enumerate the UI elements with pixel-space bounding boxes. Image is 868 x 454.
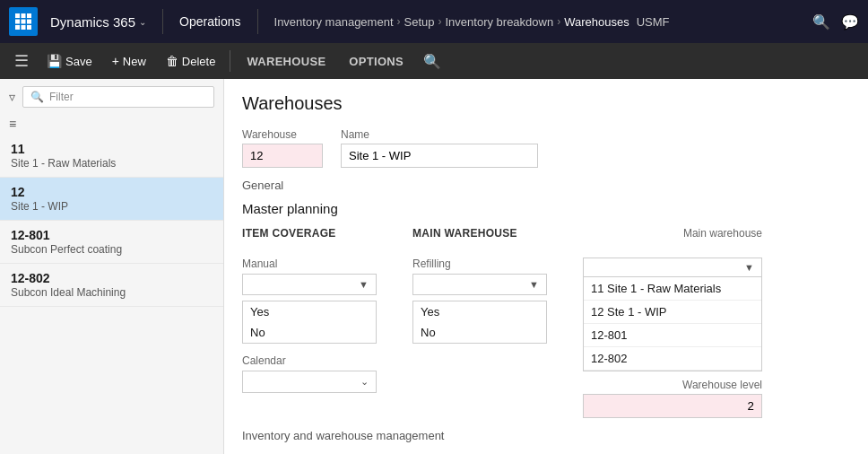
breadcrumb-item-3[interactable]: Inventory breakdown xyxy=(445,15,553,29)
refilling-yes-option[interactable]: Yes xyxy=(413,301,546,322)
top-nav: Dynamics 365 ⌄ Operations Inventory mana… xyxy=(0,0,868,43)
svg-rect-2 xyxy=(27,13,31,18)
warehouse-name-row: Warehouse Name xyxy=(242,128,850,168)
delete-button[interactable]: 🗑 Delete xyxy=(157,43,225,79)
right-panel: Warehouses Warehouse Name General Master… xyxy=(224,79,868,454)
manual-no-option[interactable]: No xyxy=(243,322,376,343)
list-item-name-12: Site 1 - WIP xyxy=(11,200,213,213)
main-warehouse-col: Refilling ▼ Yes No xyxy=(412,258,547,344)
breadcrumb-sep-1: › xyxy=(397,15,401,28)
list-item-code-11: 11 xyxy=(11,142,213,156)
mw-dropdown-header[interactable]: ▼ xyxy=(583,258,762,277)
warehouse-level-group: Warehouse level xyxy=(583,379,762,418)
svg-rect-8 xyxy=(27,25,31,30)
name-label: Name xyxy=(341,128,538,141)
nav-divider xyxy=(162,9,163,34)
list-item-12802[interactable]: 12-802 Subcon Ideal Machining xyxy=(0,264,223,307)
mw-option-3[interactable]: 12-801 xyxy=(584,324,761,347)
refilling-caret-icon: ▼ xyxy=(529,279,539,290)
manual-yes-option[interactable]: Yes xyxy=(243,301,376,322)
left-panel: ▿ 🔍 Filter ≡ 11 Site 1 - Raw Materials 1… xyxy=(0,79,224,454)
breadcrumb-sep-2: › xyxy=(438,15,441,28)
filter-input[interactable]: 🔍 Filter xyxy=(22,86,214,108)
svg-rect-5 xyxy=(27,20,31,24)
tab-warehouse[interactable]: WAREHOUSE xyxy=(236,51,336,72)
list-item-code-12: 12 xyxy=(11,185,213,199)
hamburger-icon[interactable]: ☰ xyxy=(7,43,36,79)
mw-option-4[interactable]: 12-802 xyxy=(584,347,761,371)
main-warehouse-dropdown-col: ▼ 11 Site 1 - Raw Materials 12 Ste 1 - W… xyxy=(583,258,762,418)
new-button[interactable]: + New xyxy=(103,43,155,79)
list-item-code-12801: 12-801 xyxy=(11,228,213,242)
mw-list: 11 Site 1 - Raw Materials 12 Ste 1 - WIP… xyxy=(583,277,762,371)
warehouse-input[interactable] xyxy=(242,144,323,168)
mw-caret-icon: ▼ xyxy=(744,262,754,273)
app-grid-button[interactable] xyxy=(9,7,38,36)
list-item-name-11: Site 1 - Raw Materials xyxy=(11,157,213,170)
main-area: ▿ 🔍 Filter ≡ 11 Site 1 - Raw Materials 1… xyxy=(0,79,868,454)
nav-icons: 🔍 💬 xyxy=(812,13,859,31)
breadcrumb-item-4[interactable]: Warehouses xyxy=(564,15,629,29)
master-planning-header: Master planning xyxy=(242,201,850,216)
breadcrumb-sep-3: › xyxy=(557,15,560,28)
save-button[interactable]: 💾 Save xyxy=(38,43,101,79)
comment-icon[interactable]: 💬 xyxy=(841,13,859,31)
breadcrumb-region: USMF xyxy=(637,15,670,29)
calendar-group: Calendar ⌄ xyxy=(242,354,377,393)
columns-header-row: ITEM COVERAGE MAIN WAREHOUSE Main wareho… xyxy=(242,227,850,247)
search-icon[interactable]: 🔍 xyxy=(812,13,830,31)
refilling-dropdown[interactable]: ▼ xyxy=(412,274,547,295)
name-input[interactable] xyxy=(341,144,538,168)
breadcrumb: Inventory management › Setup › Inventory… xyxy=(274,15,807,29)
name-group: Name xyxy=(341,128,538,168)
tab-options[interactable]: OPTIONS xyxy=(338,51,414,72)
toolbar-divider xyxy=(230,50,230,72)
manual-label: Manual xyxy=(242,258,377,270)
svg-rect-1 xyxy=(22,13,26,18)
svg-rect-0 xyxy=(15,13,20,18)
list-container: 11 Site 1 - Raw Materials 12 Site 1 - WI… xyxy=(0,135,223,454)
calendar-caret-icon: ⌄ xyxy=(360,376,369,388)
list-item-12[interactable]: 12 Site 1 - WIP xyxy=(0,178,223,221)
list-item-11[interactable]: 11 Site 1 - Raw Materials xyxy=(0,135,223,178)
new-icon: + xyxy=(112,54,119,68)
delete-icon: 🗑 xyxy=(166,54,178,68)
calendar-dropdown[interactable]: ⌄ xyxy=(242,371,377,393)
warehouse-level-label: Warehouse level xyxy=(583,379,762,391)
svg-rect-3 xyxy=(15,20,20,24)
main-data-row: Manual ▼ Yes No Calendar ⌄ xyxy=(242,258,850,418)
manual-dropdown[interactable]: ▼ xyxy=(242,274,377,295)
list-controls: ≡ xyxy=(0,115,223,135)
svg-rect-6 xyxy=(15,25,20,30)
main-warehouse-header: MAIN WAREHOUSE xyxy=(412,227,547,240)
mw-option-2[interactable]: 12 Ste 1 - WIP xyxy=(584,301,761,324)
list-item-name-12802: Subcon Ideal Machining xyxy=(11,286,213,299)
warehouse-label: Warehouse xyxy=(242,128,323,141)
main-warehouse-col-label: Main warehouse xyxy=(583,227,762,240)
filter-icon: ▿ xyxy=(9,90,15,104)
nav-divider2 xyxy=(257,9,258,34)
refilling-label: Refilling xyxy=(412,258,547,270)
list-item-name-12801: Subcon Perfect coating xyxy=(11,243,213,256)
inventory-section-header: Inventory and warehouse management xyxy=(242,429,850,442)
nav-module: Operations xyxy=(172,14,247,29)
warehouse-level-input[interactable] xyxy=(583,394,762,418)
save-icon: 💾 xyxy=(47,54,62,68)
filter-placeholder: Filter xyxy=(49,91,74,103)
toolbar-search-icon[interactable]: 🔍 xyxy=(423,53,441,70)
breadcrumb-item-2[interactable]: Setup xyxy=(404,15,435,29)
list-sort-icon[interactable]: ≡ xyxy=(9,117,16,131)
brand[interactable]: Dynamics 365 ⌄ xyxy=(43,14,153,30)
filter-search-icon: 🔍 xyxy=(30,91,44,103)
filter-bar: ▿ 🔍 Filter xyxy=(0,79,223,115)
calendar-label: Calendar xyxy=(242,354,377,367)
refilling-list: Yes No xyxy=(412,301,547,344)
toolbar: ☰ 💾 Save + New 🗑 Delete WAREHOUSE OPTION… xyxy=(0,43,868,79)
refilling-no-option[interactable]: No xyxy=(413,322,546,343)
manual-list: Yes No xyxy=(242,301,377,344)
list-item-12801[interactable]: 12-801 Subcon Perfect coating xyxy=(0,221,223,264)
general-section-header: General xyxy=(242,179,850,192)
item-coverage-header: ITEM COVERAGE xyxy=(242,227,377,240)
breadcrumb-item-1[interactable]: Inventory management xyxy=(274,15,394,29)
mw-option-1[interactable]: 11 Site 1 - Raw Materials xyxy=(584,277,761,301)
